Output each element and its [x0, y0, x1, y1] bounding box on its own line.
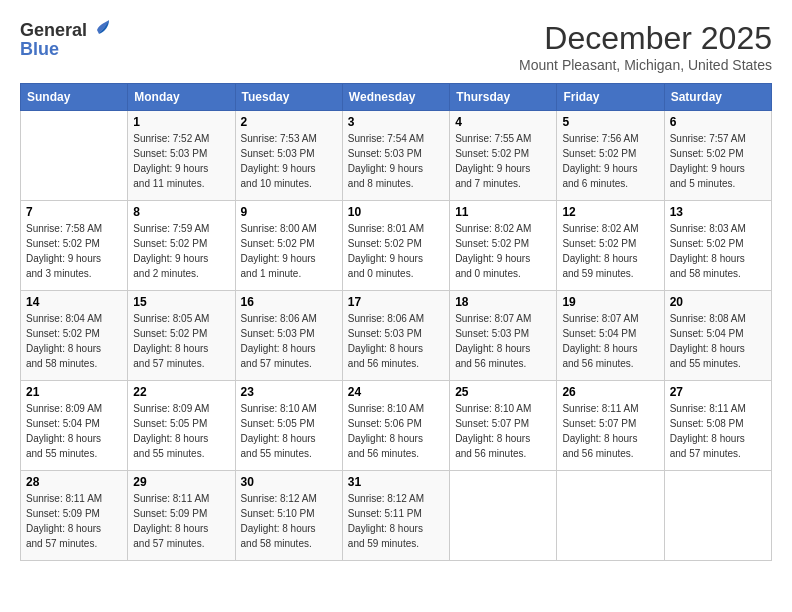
calendar-day-cell: 5Sunrise: 7:56 AMSunset: 5:02 PMDaylight…	[557, 111, 664, 201]
day-of-week-header: Sunday	[21, 84, 128, 111]
day-info: Sunrise: 8:09 AMSunset: 5:04 PMDaylight:…	[26, 401, 122, 461]
day-of-week-header: Wednesday	[342, 84, 449, 111]
day-number: 22	[133, 385, 229, 399]
day-info: Sunrise: 8:10 AMSunset: 5:05 PMDaylight:…	[241, 401, 337, 461]
day-info: Sunrise: 8:11 AMSunset: 5:09 PMDaylight:…	[133, 491, 229, 551]
month-title: December 2025	[519, 20, 772, 57]
day-info: Sunrise: 8:12 AMSunset: 5:11 PMDaylight:…	[348, 491, 444, 551]
day-info: Sunrise: 8:04 AMSunset: 5:02 PMDaylight:…	[26, 311, 122, 371]
day-number: 15	[133, 295, 229, 309]
day-number: 19	[562, 295, 658, 309]
calendar-day-cell: 31Sunrise: 8:12 AMSunset: 5:11 PMDayligh…	[342, 471, 449, 561]
day-info: Sunrise: 8:05 AMSunset: 5:02 PMDaylight:…	[133, 311, 229, 371]
calendar-day-cell: 28Sunrise: 8:11 AMSunset: 5:09 PMDayligh…	[21, 471, 128, 561]
day-number: 10	[348, 205, 444, 219]
calendar-day-cell: 29Sunrise: 8:11 AMSunset: 5:09 PMDayligh…	[128, 471, 235, 561]
day-number: 6	[670, 115, 766, 129]
day-number: 17	[348, 295, 444, 309]
title-block: December 2025 Mount Pleasant, Michigan, …	[519, 20, 772, 73]
calendar-day-cell: 16Sunrise: 8:06 AMSunset: 5:03 PMDayligh…	[235, 291, 342, 381]
day-info: Sunrise: 8:07 AMSunset: 5:04 PMDaylight:…	[562, 311, 658, 371]
calendar-day-cell: 27Sunrise: 8:11 AMSunset: 5:08 PMDayligh…	[664, 381, 771, 471]
calendar-day-cell: 12Sunrise: 8:02 AMSunset: 5:02 PMDayligh…	[557, 201, 664, 291]
calendar-week-row: 14Sunrise: 8:04 AMSunset: 5:02 PMDayligh…	[21, 291, 772, 381]
logo-general-text: General	[20, 20, 87, 41]
day-number: 21	[26, 385, 122, 399]
calendar-day-cell: 9Sunrise: 8:00 AMSunset: 5:02 PMDaylight…	[235, 201, 342, 291]
logo: General Blue	[20, 20, 111, 60]
calendar-day-cell: 25Sunrise: 8:10 AMSunset: 5:07 PMDayligh…	[450, 381, 557, 471]
calendar-day-cell: 3Sunrise: 7:54 AMSunset: 5:03 PMDaylight…	[342, 111, 449, 201]
day-of-week-header: Monday	[128, 84, 235, 111]
calendar-week-row: 21Sunrise: 8:09 AMSunset: 5:04 PMDayligh…	[21, 381, 772, 471]
day-info: Sunrise: 8:07 AMSunset: 5:03 PMDaylight:…	[455, 311, 551, 371]
day-number: 5	[562, 115, 658, 129]
calendar-day-cell: 22Sunrise: 8:09 AMSunset: 5:05 PMDayligh…	[128, 381, 235, 471]
calendar-day-cell: 19Sunrise: 8:07 AMSunset: 5:04 PMDayligh…	[557, 291, 664, 381]
day-number: 3	[348, 115, 444, 129]
day-number: 2	[241, 115, 337, 129]
day-number: 14	[26, 295, 122, 309]
calendar-day-cell: 17Sunrise: 8:06 AMSunset: 5:03 PMDayligh…	[342, 291, 449, 381]
day-of-week-header: Saturday	[664, 84, 771, 111]
calendar-day-cell: 1Sunrise: 7:52 AMSunset: 5:03 PMDaylight…	[128, 111, 235, 201]
day-info: Sunrise: 7:59 AMSunset: 5:02 PMDaylight:…	[133, 221, 229, 281]
logo-blue-text: Blue	[20, 39, 111, 60]
calendar-day-cell: 21Sunrise: 8:09 AMSunset: 5:04 PMDayligh…	[21, 381, 128, 471]
day-info: Sunrise: 8:03 AMSunset: 5:02 PMDaylight:…	[670, 221, 766, 281]
calendar-header-row: SundayMondayTuesdayWednesdayThursdayFrid…	[21, 84, 772, 111]
page-header: General Blue December 2025 Mount Pleasan…	[20, 20, 772, 73]
calendar-week-row: 7Sunrise: 7:58 AMSunset: 5:02 PMDaylight…	[21, 201, 772, 291]
day-info: Sunrise: 8:02 AMSunset: 5:02 PMDaylight:…	[455, 221, 551, 281]
day-info: Sunrise: 8:01 AMSunset: 5:02 PMDaylight:…	[348, 221, 444, 281]
day-number: 4	[455, 115, 551, 129]
calendar-week-row: 28Sunrise: 8:11 AMSunset: 5:09 PMDayligh…	[21, 471, 772, 561]
day-number: 20	[670, 295, 766, 309]
day-info: Sunrise: 8:06 AMSunset: 5:03 PMDaylight:…	[241, 311, 337, 371]
day-info: Sunrise: 7:54 AMSunset: 5:03 PMDaylight:…	[348, 131, 444, 191]
calendar-week-row: 1Sunrise: 7:52 AMSunset: 5:03 PMDaylight…	[21, 111, 772, 201]
day-number: 25	[455, 385, 551, 399]
day-number: 31	[348, 475, 444, 489]
day-info: Sunrise: 8:02 AMSunset: 5:02 PMDaylight:…	[562, 221, 658, 281]
day-number: 11	[455, 205, 551, 219]
calendar-day-cell: 18Sunrise: 8:07 AMSunset: 5:03 PMDayligh…	[450, 291, 557, 381]
day-of-week-header: Tuesday	[235, 84, 342, 111]
day-info: Sunrise: 8:10 AMSunset: 5:07 PMDaylight:…	[455, 401, 551, 461]
calendar-day-cell	[450, 471, 557, 561]
calendar-day-cell: 30Sunrise: 8:12 AMSunset: 5:10 PMDayligh…	[235, 471, 342, 561]
day-number: 18	[455, 295, 551, 309]
calendar-day-cell: 10Sunrise: 8:01 AMSunset: 5:02 PMDayligh…	[342, 201, 449, 291]
day-info: Sunrise: 8:11 AMSunset: 5:07 PMDaylight:…	[562, 401, 658, 461]
day-number: 30	[241, 475, 337, 489]
day-info: Sunrise: 7:57 AMSunset: 5:02 PMDaylight:…	[670, 131, 766, 191]
calendar-day-cell: 7Sunrise: 7:58 AMSunset: 5:02 PMDaylight…	[21, 201, 128, 291]
day-of-week-header: Thursday	[450, 84, 557, 111]
calendar-day-cell: 23Sunrise: 8:10 AMSunset: 5:05 PMDayligh…	[235, 381, 342, 471]
calendar-day-cell: 20Sunrise: 8:08 AMSunset: 5:04 PMDayligh…	[664, 291, 771, 381]
day-number: 7	[26, 205, 122, 219]
day-info: Sunrise: 7:56 AMSunset: 5:02 PMDaylight:…	[562, 131, 658, 191]
calendar-day-cell: 6Sunrise: 7:57 AMSunset: 5:02 PMDaylight…	[664, 111, 771, 201]
day-number: 1	[133, 115, 229, 129]
day-info: Sunrise: 7:53 AMSunset: 5:03 PMDaylight:…	[241, 131, 337, 191]
day-info: Sunrise: 8:12 AMSunset: 5:10 PMDaylight:…	[241, 491, 337, 551]
day-number: 16	[241, 295, 337, 309]
day-info: Sunrise: 8:09 AMSunset: 5:05 PMDaylight:…	[133, 401, 229, 461]
day-number: 8	[133, 205, 229, 219]
day-info: Sunrise: 8:06 AMSunset: 5:03 PMDaylight:…	[348, 311, 444, 371]
calendar-day-cell: 26Sunrise: 8:11 AMSunset: 5:07 PMDayligh…	[557, 381, 664, 471]
calendar-day-cell	[21, 111, 128, 201]
calendar-day-cell: 13Sunrise: 8:03 AMSunset: 5:02 PMDayligh…	[664, 201, 771, 291]
calendar-day-cell	[557, 471, 664, 561]
day-info: Sunrise: 8:10 AMSunset: 5:06 PMDaylight:…	[348, 401, 444, 461]
location-title: Mount Pleasant, Michigan, United States	[519, 57, 772, 73]
day-number: 26	[562, 385, 658, 399]
calendar-day-cell: 15Sunrise: 8:05 AMSunset: 5:02 PMDayligh…	[128, 291, 235, 381]
calendar-day-cell: 2Sunrise: 7:53 AMSunset: 5:03 PMDaylight…	[235, 111, 342, 201]
day-of-week-header: Friday	[557, 84, 664, 111]
calendar-day-cell	[664, 471, 771, 561]
day-number: 12	[562, 205, 658, 219]
day-number: 28	[26, 475, 122, 489]
calendar-table: SundayMondayTuesdayWednesdayThursdayFrid…	[20, 83, 772, 561]
